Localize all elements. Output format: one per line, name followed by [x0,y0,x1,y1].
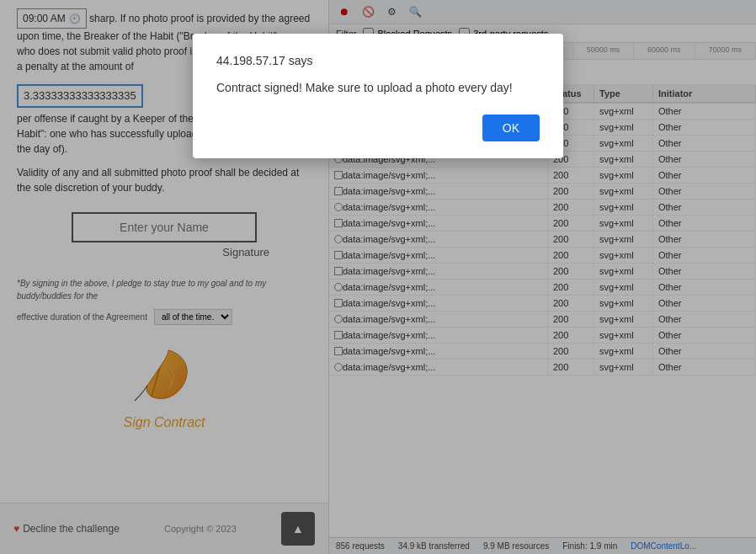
dialog-overlay: 44.198.57.17 says Contract signed! Make … [0,0,756,554]
dialog-buttons: OK [216,115,540,141]
dialog-title: 44.198.57.17 says [216,54,540,67]
dialog-message: Contract signed! Make sure to upload a p… [216,81,540,94]
dialog-box: 44.198.57.17 says Contract signed! Make … [193,34,563,158]
dialog-ok-button[interactable]: OK [482,115,540,141]
